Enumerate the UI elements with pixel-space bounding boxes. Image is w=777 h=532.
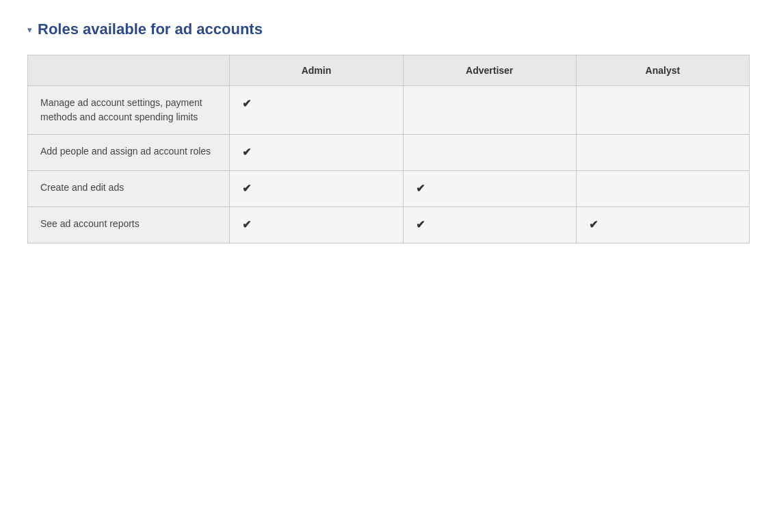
analyst-check-4: ✔ (576, 207, 749, 243)
advertiser-check-1 (403, 86, 576, 135)
advertiser-check-3: ✔ (403, 171, 576, 207)
checkmark-icon: ✔ (242, 98, 251, 109)
header-row: Admin Advertiser Analyst (28, 55, 750, 86)
advertiser-check-2 (403, 135, 576, 171)
checkmark-icon: ✔ (416, 219, 425, 230)
table-body: Manage ad account settings, payment meth… (28, 86, 750, 243)
section-header: ▾ Roles available for ad accounts (27, 21, 750, 38)
row-label: Add people and assign ad account roles (28, 135, 230, 171)
table-row: Add people and assign ad account roles ✔ (28, 135, 750, 171)
advertiser-check-4: ✔ (403, 207, 576, 243)
chevron-down-icon: ▾ (27, 25, 32, 35)
checkmark-icon: ✔ (589, 219, 598, 230)
table-row: Create and edit ads ✔ ✔ (28, 171, 750, 207)
roles-table: Admin Advertiser Analyst Manage ad accou… (27, 55, 750, 243)
admin-check-3: ✔ (230, 171, 403, 207)
analyst-check-2 (576, 135, 749, 171)
checkmark-icon: ✔ (242, 183, 251, 194)
header-cell-admin: Admin (230, 55, 403, 86)
checkmark-icon: ✔ (416, 183, 425, 194)
admin-check-2: ✔ (230, 135, 403, 171)
row-label: Manage ad account settings, payment meth… (28, 86, 230, 135)
header-cell-empty (28, 55, 230, 86)
table-row: See ad account reports ✔ ✔ ✔ (28, 207, 750, 243)
row-label: See ad account reports (28, 207, 230, 243)
table-header: Admin Advertiser Analyst (28, 55, 750, 86)
checkmark-icon: ✔ (242, 146, 251, 158)
checkmark-icon: ✔ (242, 219, 251, 230)
admin-check-4: ✔ (230, 207, 403, 243)
table-row: Manage ad account settings, payment meth… (28, 86, 750, 135)
section-title: Roles available for ad accounts (38, 21, 263, 38)
page-container: ▾ Roles available for ad accounts Admin … (27, 21, 750, 243)
analyst-check-1 (576, 86, 749, 135)
analyst-check-3 (576, 171, 749, 207)
admin-check-1: ✔ (230, 86, 403, 135)
row-label: Create and edit ads (28, 171, 230, 207)
header-cell-advertiser: Advertiser (403, 55, 576, 86)
header-cell-analyst: Analyst (576, 55, 749, 86)
